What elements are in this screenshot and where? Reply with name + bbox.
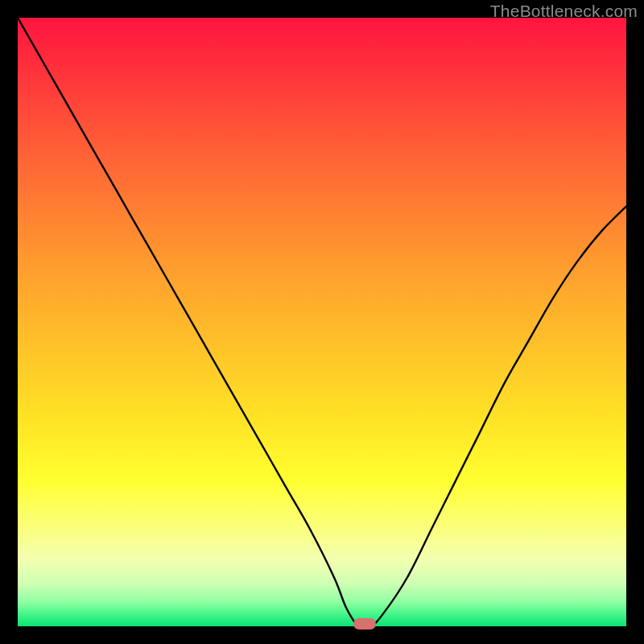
curve-layer	[18, 18, 626, 626]
bottleneck-curve	[18, 18, 626, 626]
marker-pill	[353, 618, 376, 630]
plot-area	[18, 18, 626, 626]
watermark-text: TheBottleneck.com	[490, 2, 638, 21]
chart-frame: TheBottleneck.com	[0, 0, 644, 644]
